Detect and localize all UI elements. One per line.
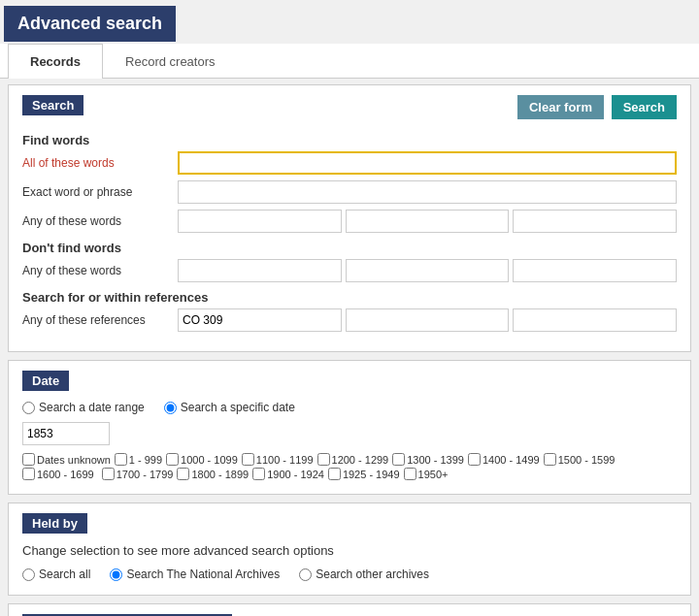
search-buttons: Clear form Search: [517, 95, 677, 119]
cb-1700-1799-input[interactable]: [102, 468, 115, 480]
dont-find-title: Don't find words: [22, 241, 677, 255]
cb-1-999-input[interactable]: [115, 453, 127, 466]
all-words-input[interactable]: [178, 151, 677, 175]
cb-1200-1299-input[interactable]: [317, 453, 330, 466]
any-words-input-1[interactable]: [178, 210, 342, 233]
cb-1600-1699[interactable]: 1600 - 1699: [22, 468, 94, 480]
dont-any-words-row: Any of these words: [22, 259, 677, 282]
radio-date-specific-label[interactable]: Search a specific date: [164, 401, 295, 414]
tabs-bar: Records Record creators: [0, 44, 699, 79]
any-words-input-2[interactable]: [346, 210, 510, 233]
cb-1950plus-input[interactable]: [404, 468, 416, 480]
any-words-row: Any of these words: [22, 210, 677, 233]
cb-1100-1199[interactable]: 1100 - 1199: [242, 453, 314, 466]
cb-1800-1899[interactable]: 1800 - 1899: [177, 468, 249, 480]
all-words-row: All of these words: [22, 151, 677, 175]
radio-search-all-label[interactable]: Search all: [22, 567, 90, 581]
cb-1400-1499[interactable]: 1400 - 1499: [468, 453, 540, 466]
exact-word-input[interactable]: [178, 180, 677, 204]
radio-search-other-text: Search other archives: [316, 567, 429, 581]
cb-1300-1399-input[interactable]: [392, 453, 405, 466]
radio-date-range-text: Search a date range: [39, 401, 145, 414]
date-value-input[interactable]: 1853: [22, 422, 110, 445]
dont-words-input-3[interactable]: [513, 259, 677, 282]
radio-date-specific-text: Search a specific date: [181, 401, 295, 414]
radio-search-tna[interactable]: [110, 568, 122, 581]
ref-input-1[interactable]: CO 309: [178, 308, 342, 332]
cb-1600-1699-input[interactable]: [22, 468, 35, 480]
clear-form-button[interactable]: Clear form: [517, 95, 604, 119]
cb-1500-1599[interactable]: 1500 - 1599: [544, 453, 616, 466]
held-by-radio-row: Search all Search The National Archives …: [22, 567, 677, 581]
tab-record-creators[interactable]: Record creators: [103, 44, 237, 79]
ref-section-title: Search for or within references: [22, 290, 677, 305]
radio-search-other[interactable]: [299, 568, 312, 581]
search-label: Search: [22, 95, 83, 115]
exact-word-row: Exact word or phrase: [22, 180, 677, 204]
date-input-row: 1853: [22, 422, 677, 445]
cb-1700-1799[interactable]: 1700 - 1799: [102, 468, 174, 480]
date-radio-row: Search a date range Search a specific da…: [22, 401, 677, 414]
dont-any-words-label: Any of these words: [22, 264, 178, 277]
radio-date-range[interactable]: [22, 402, 35, 414]
radio-search-all[interactable]: [22, 568, 35, 581]
cb-1400-1499-input[interactable]: [468, 453, 481, 466]
cb-1200-1299[interactable]: 1200 - 1299: [317, 453, 389, 466]
radio-search-all-text: Search all: [39, 567, 90, 581]
date-section: Date Search a date range Search a specif…: [8, 360, 691, 495]
page-header: Advanced search: [4, 6, 176, 42]
ref-input-2[interactable]: [346, 308, 510, 332]
records-download-section: Records available for download: [8, 603, 691, 616]
any-words-label: Any of these words: [22, 214, 178, 228]
cb-1300-1399[interactable]: 1300 - 1399: [392, 453, 464, 466]
radio-search-tna-text: Search The National Archives: [126, 567, 280, 581]
any-words-input-3[interactable]: [513, 210, 677, 233]
all-words-label: All of these words: [22, 156, 178, 170]
radio-date-specific[interactable]: [164, 402, 177, 414]
cb-1900-1924-input[interactable]: [252, 468, 265, 480]
search-header-row: Search Clear form Search: [22, 95, 677, 125]
cb-1925-1949[interactable]: 1925 - 1949: [328, 468, 400, 480]
cb-1000-1099-input[interactable]: [166, 453, 179, 466]
tab-records[interactable]: Records: [8, 44, 103, 79]
date-checkboxes: Dates unknown 1 - 999 1000 - 1099 1100 -…: [22, 453, 677, 480]
exact-word-label: Exact word or phrase: [22, 185, 178, 199]
radio-search-tna-label[interactable]: Search The National Archives: [110, 567, 280, 581]
cb-1500-1599-input[interactable]: [544, 453, 556, 466]
cb-1800-1899-input[interactable]: [177, 468, 189, 480]
date-label: Date: [22, 371, 69, 391]
held-by-description: Change selection to see more advanced se…: [22, 543, 677, 558]
main-content: Search Clear form Search Find words All …: [0, 79, 699, 616]
cb-1100-1199-input[interactable]: [242, 453, 254, 466]
held-by-label: Held by: [22, 513, 87, 534]
cb-1-999[interactable]: 1 - 999: [115, 453, 162, 466]
any-refs-inputs: CO 309: [178, 308, 677, 332]
radio-date-range-label[interactable]: Search a date range: [22, 401, 145, 414]
cb-1900-1924[interactable]: 1900 - 1924: [252, 468, 324, 480]
held-by-section: Held by Change selection to see more adv…: [8, 503, 691, 596]
any-refs-row: Any of these references CO 309: [22, 308, 677, 332]
search-button[interactable]: Search: [612, 95, 677, 119]
any-refs-label: Any of these references: [22, 313, 178, 327]
find-words-title: Find words: [22, 133, 677, 147]
cb-1950plus[interactable]: 1950+: [404, 468, 449, 480]
cb-dates-unknown-input[interactable]: [22, 453, 35, 466]
cb-1000-1099[interactable]: 1000 - 1099: [166, 453, 238, 466]
dont-words-input-2[interactable]: [346, 259, 510, 282]
dont-any-words-inputs: [178, 259, 677, 282]
ref-input-3[interactable]: [513, 308, 677, 332]
search-section: Search Clear form Search Find words All …: [8, 84, 691, 352]
cb-dates-unknown[interactable]: Dates unknown: [22, 453, 111, 466]
dont-words-input-1[interactable]: [178, 259, 342, 282]
any-words-inputs: [178, 210, 677, 233]
radio-search-other-label[interactable]: Search other archives: [299, 567, 429, 581]
cb-1925-1949-input[interactable]: [328, 468, 341, 480]
